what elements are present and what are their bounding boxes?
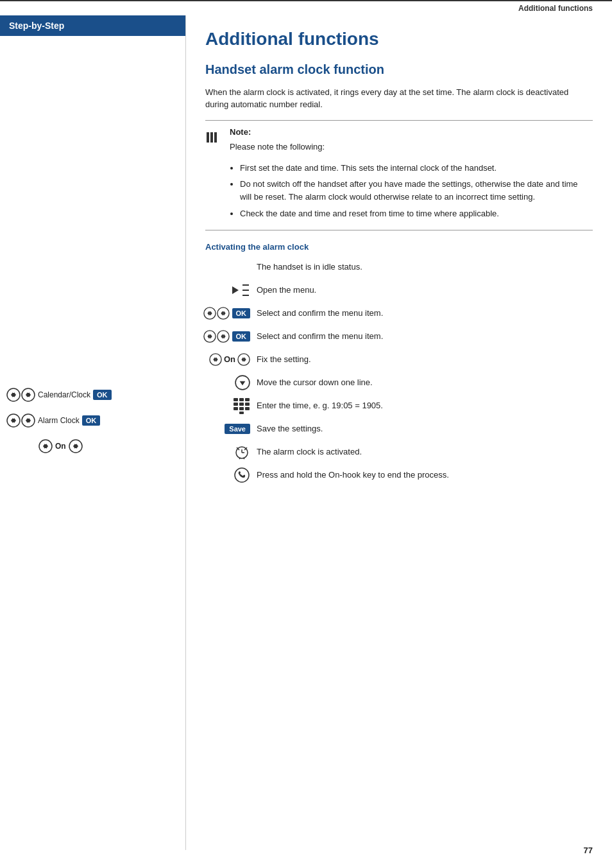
step-cursor-text: Move the cursor down one line. [257, 376, 593, 389]
svg-rect-64 [239, 407, 244, 410]
section-title: Handset alarm clock function [205, 62, 593, 77]
step-idle: The handset is in idle status. [205, 258, 593, 276]
step-alarm-select: OK Select and confirm the menu item. [205, 327, 593, 345]
step-alarm-activated-icon-col [205, 444, 257, 460]
nav-circle-icon-3 [6, 413, 21, 428]
step-menu-icon-col [205, 282, 257, 298]
sidebar-item-on: On [38, 439, 83, 453]
step-keypad-icon-col [205, 397, 257, 415]
svg-rect-61 [239, 403, 244, 406]
svg-rect-38 [223, 311, 224, 315]
svg-rect-63 [234, 407, 238, 410]
sidebar-item-alarm-clock: Alarm Clock OK [6, 413, 100, 428]
sidebar-alarm-ok: OK [82, 415, 101, 426]
sidebar-on-label: On [55, 442, 66, 451]
onhook-icon [234, 467, 250, 483]
keypad-icon [232, 397, 250, 415]
nav-circle-on-right [69, 439, 83, 453]
note-bullet-1: First set the date and time. This sets t… [240, 162, 586, 175]
step-time: Enter the time, e. g. 19:05 = 1905. [205, 397, 593, 415]
nav-step-icon-c [203, 330, 216, 343]
nav-step-icon-d [217, 330, 230, 343]
step-activated-text: The alarm clock is activated. [257, 446, 593, 458]
note-intro: Please note the following: [230, 141, 586, 153]
sidebar-calendar-label: Calendar/Clock [38, 390, 90, 399]
step-idle-text: The handset is in idle status. [257, 261, 593, 273]
nav-circle-icon-4 [21, 413, 35, 428]
step-time-text: Enter the time, e. g. 19:05 = 1905. [257, 399, 593, 412]
nav-icon-pair-alarm [6, 413, 35, 428]
step-cursor-icon-col [205, 375, 257, 390]
step-save: Save Save the settings. [205, 420, 593, 438]
step-activated: The alarm clock is activated. [205, 443, 593, 461]
step-onhook: Press and hold the On-hook key to end th… [205, 466, 593, 484]
activating-title: Activating the alarm clock [205, 242, 593, 252]
svg-rect-11 [13, 419, 14, 422]
step-open-menu: Open the menu. [205, 281, 593, 299]
sidebar-alarm-label: Alarm Clock [38, 416, 80, 425]
nav-on-icon-pair [209, 353, 222, 366]
svg-rect-60 [234, 403, 238, 406]
nav-circle-icon-1 [6, 388, 21, 402]
step-calendar-icon-col: OK [205, 307, 257, 320]
nav-step-icon-a [203, 307, 216, 320]
step-menu-text: Open the menu. [257, 284, 593, 297]
main-content: Additional functions Handset alarm clock… [186, 15, 612, 850]
note-bullet-3: Check the date and time and reset from t… [240, 207, 586, 220]
step-on-setting: On Fix the setting. [205, 351, 593, 369]
intro-text: When the alarm clock is activated, it ri… [205, 86, 593, 111]
svg-rect-15 [28, 419, 29, 422]
cursor-down-icon [235, 375, 250, 390]
note-icon [205, 128, 223, 148]
svg-rect-24 [207, 132, 209, 143]
svg-rect-66 [239, 412, 244, 414]
svg-rect-3 [13, 393, 14, 397]
step-save-text: Save the settings. [257, 422, 593, 435]
note-bullet-2: Do not switch off the handset after you … [240, 178, 586, 204]
alarm-clock-icon [234, 444, 250, 460]
nav-on-left-icon [209, 353, 222, 366]
step-calendar-select: OK Select and confirm the menu item. [205, 304, 593, 322]
step-onhook-icon-col [205, 467, 257, 483]
page-title: Additional functions [205, 28, 593, 50]
svg-rect-23 [75, 444, 76, 448]
note-lines-icon [205, 128, 223, 146]
note-content: Note: Please note the following: First s… [230, 127, 586, 223]
svg-rect-57 [234, 398, 238, 401]
note-title: Note: [230, 127, 586, 137]
nav-pair-step-alarm [203, 330, 230, 343]
step-alarm-ok-btn: OK [232, 331, 251, 342]
svg-rect-7 [28, 393, 29, 397]
nav-pair-step-calendar [203, 307, 230, 320]
header-section-label: Additional functions [518, 4, 593, 13]
svg-rect-25 [210, 132, 213, 143]
svg-rect-34 [209, 311, 210, 315]
svg-rect-58 [239, 398, 244, 401]
menu-open-icon [231, 282, 250, 298]
nav-circle-on-left [38, 439, 53, 453]
svg-rect-50 [215, 358, 216, 361]
sidebar: Step-by-Step Calendar/Clock OK [0, 15, 186, 850]
save-button[interactable]: Save [225, 424, 250, 434]
sidebar-item-calendar-clock: Calendar/Clock OK [6, 388, 112, 402]
svg-rect-59 [245, 398, 250, 401]
svg-rect-65 [245, 407, 250, 410]
step-calendar-text: Select and confirm the menu item. [257, 307, 593, 320]
sidebar-title: Step-by-Step [0, 15, 185, 36]
step-on-icon-col: On [205, 353, 257, 366]
page-layout: Step-by-Step Calendar/Clock OK [0, 15, 612, 850]
step-alarm-icon-col: OK [205, 330, 257, 343]
svg-marker-30 [232, 286, 239, 294]
svg-rect-54 [243, 358, 244, 361]
nav-circle-icon-2 [21, 388, 35, 402]
note-list: First set the date and time. This sets t… [240, 162, 586, 220]
page-number: 77 [584, 846, 593, 855]
step-cursor: Move the cursor down one line. [205, 374, 593, 392]
svg-rect-42 [209, 334, 210, 338]
step-save-icon-col: Save [205, 424, 257, 434]
nav-step-icon-b [217, 307, 230, 320]
top-bar: Additional functions [0, 0, 612, 15]
nav-icon-pair-calendar [6, 388, 35, 402]
step-alarm-text: Select and confirm the menu item. [257, 330, 593, 343]
sidebar-calendar-ok: OK [93, 390, 112, 400]
